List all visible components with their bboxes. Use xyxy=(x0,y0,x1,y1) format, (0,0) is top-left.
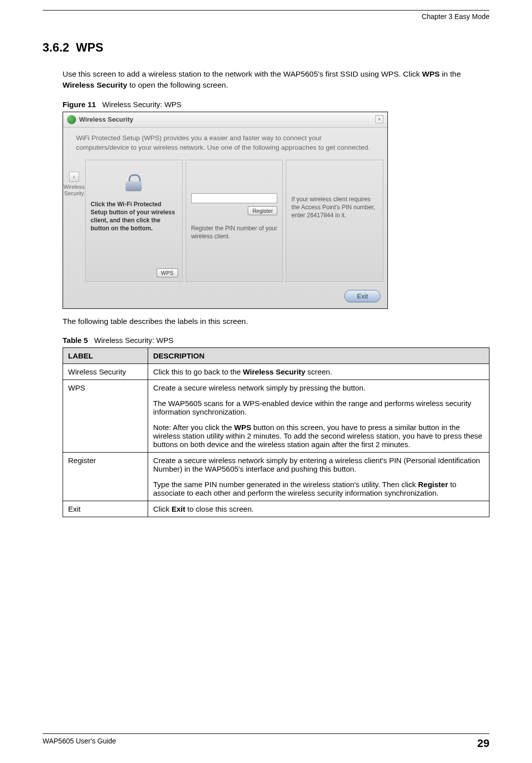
register-caption: Register the PIN number of your wireless… xyxy=(191,224,278,240)
table-caption: Table 5 Wireless Security: WPS xyxy=(43,336,489,344)
table-header-label: LABEL xyxy=(63,348,148,364)
close-icon[interactable]: × xyxy=(375,115,383,123)
table-row: Wireless Security Click this to go back … xyxy=(63,364,489,380)
table-row: Exit Click Exit to close this screen. xyxy=(63,501,489,517)
wps-instruction-text: Click the Wi-Fi Protected Setup button o… xyxy=(91,200,177,233)
table-intro-text: The following table describes the labels… xyxy=(43,316,489,327)
globe-icon xyxy=(67,115,76,124)
chapter-header: Chapter 3 Easy Mode xyxy=(43,13,489,21)
figure-wireless-security-wps: Wireless Security × WiFi Protected Setup… xyxy=(63,112,388,309)
table-row: WPS Create a secure wireless network sim… xyxy=(63,380,489,453)
pin-input[interactable] xyxy=(191,193,278,203)
exit-button[interactable]: Exit xyxy=(344,290,380,302)
back-tab-wireless-security[interactable]: ‹ Wireless Security xyxy=(63,172,85,197)
section-number: 3.6.2 xyxy=(43,41,69,54)
table-wireless-security-wps: LABEL DESCRIPTION Wireless Security Clic… xyxy=(63,347,489,517)
wps-button[interactable]: WPS xyxy=(157,268,178,277)
figure-caption: Figure 11 Wireless Security: WPS xyxy=(43,100,489,109)
table-row: Register Create a secure wireless networ… xyxy=(63,453,489,501)
lock-icon xyxy=(124,174,144,191)
pin-register-panel: Register Register the PIN number of your… xyxy=(186,160,283,282)
ap-pin-panel: If your wireless client requires the Acc… xyxy=(286,160,383,282)
intro-paragraph: Use this screen to add a wireless statio… xyxy=(43,69,489,91)
section-title: WPS xyxy=(76,41,104,54)
chevron-left-icon: ‹ xyxy=(69,172,79,182)
table-header-description: DESCRIPTION xyxy=(148,348,489,364)
wps-button-panel: Click the Wi-Fi Protected Setup button o… xyxy=(85,160,183,282)
dialog-titlebar: Wireless Security × xyxy=(63,112,387,128)
page-number: 29 xyxy=(477,737,489,750)
wps-note: Note: After you click the WPS button on … xyxy=(153,423,484,449)
section-heading: 3.6.2 WPS xyxy=(43,41,489,55)
dialog-intro-text: WiFi Protected Setup (WPS) provides you … xyxy=(63,128,387,157)
footer-guide-name: WAP5605 User's Guide xyxy=(43,737,116,750)
ap-pin-text: If your wireless client requires the Acc… xyxy=(291,195,378,220)
register-button[interactable]: Register xyxy=(248,206,277,215)
dialog-title: Wireless Security xyxy=(79,116,133,123)
page-footer: WAP5605 User's Guide 29 xyxy=(43,733,489,750)
